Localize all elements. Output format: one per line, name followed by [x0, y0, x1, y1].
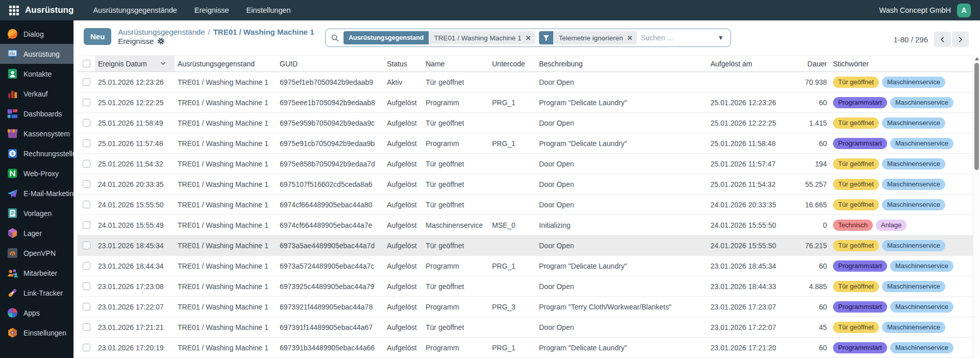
table-row[interactable]: 25.01.2026 11:58:49TRE01 / Washing Machi…: [78, 113, 973, 133]
column-header-unter[interactable]: Untercode: [489, 56, 536, 71]
column-header-datum[interactable]: Ereignis Datum: [95, 56, 175, 71]
tag-t-r-ge-ffnet[interactable]: Tür geöffnet: [833, 281, 879, 292]
menu-ereignisse[interactable]: Ereignisse: [194, 6, 229, 14]
search-input[interactable]: [641, 29, 713, 46]
app-name[interactable]: Ausrüstung: [25, 5, 74, 15]
table-row[interactable]: 25.01.2026 11:54:32TRE01 / Washing Machi…: [78, 154, 973, 174]
tag-t-r-ge-ffnet[interactable]: Tür geöffnet: [833, 77, 879, 88]
sidebar-item-lager[interactable]: Lager: [0, 223, 74, 243]
sidebar-item-apps[interactable]: Apps: [0, 303, 74, 323]
tag-maschinenservice[interactable]: Maschinenservice: [882, 158, 945, 170]
table-row[interactable]: 25.01.2026 12:23:26TRE01 / Washing Machi…: [78, 72, 973, 92]
table-row[interactable]: 24.01.2026 15:55:49TRE01 / Washing Machi…: [78, 215, 973, 235]
table-row[interactable]: 24.01.2026 15:55:50TRE01 / Washing Machi…: [78, 195, 973, 215]
sidebar-item-link-tracker[interactable]: Link-Tracker: [0, 283, 74, 303]
tag-technisch[interactable]: Technisch: [833, 220, 873, 231]
column-header-name[interactable]: Name: [423, 56, 489, 71]
sidebar-item-web-proxy[interactable]: Web-Proxy: [0, 163, 74, 183]
sidebar-item-openvpn[interactable]: OpenVPN: [0, 243, 74, 263]
sidebar-item-dashboards[interactable]: Dashboards: [0, 104, 74, 124]
search-facet-equipment[interactable]: Ausrüstungsgegenstand TRE01 / Washing Ma…: [344, 31, 535, 44]
row-checkbox[interactable]: [78, 92, 95, 112]
sidebar-item-mitarbeiter[interactable]: Mitarbeiter: [0, 263, 74, 283]
table-row[interactable]: 23.01.2026 18:45:34TRE01 / Washing Machi…: [78, 235, 973, 256]
row-checkbox[interactable]: [78, 215, 95, 235]
close-icon[interactable]: ✕: [526, 34, 531, 42]
row-checkbox[interactable]: [78, 338, 95, 357]
sidebar-item-ausr-stung[interactable]: Ausrüstung: [0, 44, 74, 64]
column-header-aufg[interactable]: Aufgelöst am: [707, 56, 799, 71]
tag-maschinenservice[interactable]: Maschinenservice: [882, 240, 945, 251]
sidebar-item-vorlagen[interactable]: Vorlagen: [0, 203, 74, 223]
tag-maschinenservice[interactable]: Maschinenservice: [890, 138, 953, 149]
tag-maschinenservice[interactable]: Maschinenservice: [882, 322, 945, 333]
tag-t-r-ge-ffnet[interactable]: Tür geöffnet: [833, 179, 879, 190]
tag-t-r-ge-ffnet[interactable]: Tür geöffnet: [833, 199, 879, 210]
row-checkbox[interactable]: [78, 235, 95, 255]
row-checkbox[interactable]: [78, 174, 95, 194]
tag-maschinenservice[interactable]: Maschinenservice: [882, 179, 945, 190]
tag-maschinenservice[interactable]: Maschinenservice: [882, 281, 945, 292]
column-header-status[interactable]: Status: [384, 56, 423, 71]
tag-programmstart[interactable]: Programmstart: [833, 138, 887, 149]
table-row[interactable]: 23.01.2026 17:21:21TRE01 / Washing Machi…: [78, 317, 973, 338]
tag-maschinenservice[interactable]: Maschinenservice: [890, 260, 953, 272]
breadcrumb-link-machine[interactable]: TRE01 / Washing Machine 1: [213, 28, 314, 36]
table-row[interactable]: 25.01.2026 12:22:25TRE01 / Washing Machi…: [78, 92, 973, 113]
table-row[interactable]: 23.01.2026 18:44:34TRE01 / Washing Machi…: [78, 256, 973, 276]
row-checkbox[interactable]: [78, 72, 95, 92]
scroll-up-icon[interactable]: [975, 57, 979, 60]
tag-programmstart[interactable]: Programmstart: [833, 342, 887, 353]
table-row[interactable]: 23.01.2026 17:22:07TRE01 / Washing Machi…: [78, 297, 973, 317]
table-row[interactable]: 24.01.2026 20:33:35TRE01 / Washing Machi…: [78, 174, 973, 195]
tag-maschinenservice[interactable]: Maschinenservice: [882, 117, 945, 129]
close-icon[interactable]: ✕: [627, 34, 633, 42]
sidebar-item-einstellungen[interactable]: Einstellungen: [0, 323, 74, 343]
company-name[interactable]: Wash Concept GmbH: [879, 6, 951, 14]
breadcrumb-link-equipment-list[interactable]: Ausrüstungsgegenstände: [118, 28, 205, 36]
gear-icon[interactable]: [157, 37, 165, 45]
tag-t-r-ge-ffnet[interactable]: Tür geöffnet: [833, 240, 879, 251]
search-facet-filter[interactable]: Telemetrie ignorieren ✕: [539, 31, 637, 44]
select-all-checkbox[interactable]: [78, 56, 95, 71]
tag-anlage[interactable]: Anlage: [876, 220, 906, 231]
pagination-prev-button[interactable]: [934, 32, 951, 47]
tag-t-r-ge-ffnet[interactable]: Tür geöffnet: [833, 158, 879, 170]
vertical-scrollbar[interactable]: [973, 55, 980, 358]
pagination-next-button[interactable]: [952, 32, 969, 47]
table-row[interactable]: 25.01.2026 11:57:48TRE01 / Washing Machi…: [78, 133, 973, 154]
sidebar-item-verkauf[interactable]: Verkauf: [0, 84, 74, 104]
tag-programmstart[interactable]: Programmstart: [833, 97, 887, 108]
search-dropdown-caret-icon[interactable]: ▼: [713, 34, 728, 41]
column-header-dauer[interactable]: Dauer: [799, 56, 830, 71]
tag-maschinenservice[interactable]: Maschinenservice: [890, 97, 953, 108]
row-checkbox[interactable]: [78, 276, 95, 296]
row-checkbox[interactable]: [78, 195, 95, 214]
tag-maschinenservice[interactable]: Maschinenservice: [890, 301, 953, 313]
tag-programmstart[interactable]: Programmstart: [833, 301, 887, 313]
row-checkbox[interactable]: [78, 113, 95, 133]
menu-ausruestungsgegenstaende[interactable]: Ausrüstungsgegenstände: [93, 6, 177, 14]
tag-programmstart[interactable]: Programmstart: [833, 260, 887, 272]
sidebar-item-kassensystem[interactable]: Kassensystem: [0, 124, 74, 144]
row-checkbox[interactable]: [78, 154, 95, 174]
row-checkbox[interactable]: [78, 317, 95, 337]
table-row[interactable]: 23.01.2026 17:20:19TRE01 / Washing Machi…: [78, 338, 973, 358]
tag-maschinenservice[interactable]: Maschinenservice: [882, 77, 945, 88]
user-avatar[interactable]: A: [957, 4, 971, 17]
row-checkbox[interactable]: [78, 133, 95, 153]
tag-t-r-ge-ffnet[interactable]: Tür geöffnet: [833, 322, 879, 333]
tag-maschinenservice[interactable]: Maschinenservice: [882, 199, 945, 210]
sidebar-item-e-mail-marketing[interactable]: E-Mail-Marketing: [0, 183, 74, 203]
column-header-tags[interactable]: Stichwörter: [830, 56, 973, 71]
sidebar-item-dialog[interactable]: Dialog: [0, 24, 74, 44]
tag-maschinenservice[interactable]: Maschinenservice: [890, 342, 953, 353]
tag-t-r-ge-ffnet[interactable]: Tür geöffnet: [833, 117, 879, 129]
sidebar-item-kontakte[interactable]: Kontakte: [0, 64, 74, 84]
column-header-guid[interactable]: GUID: [277, 56, 384, 71]
new-button[interactable]: Neu: [84, 28, 111, 45]
menu-einstellungen[interactable]: Einstellungen: [247, 6, 291, 14]
table-row[interactable]: 23.01.2026 17:23:08TRE01 / Washing Machi…: [78, 276, 973, 297]
row-checkbox[interactable]: [78, 297, 95, 317]
column-header-beschr[interactable]: Beschreibung: [536, 56, 707, 71]
